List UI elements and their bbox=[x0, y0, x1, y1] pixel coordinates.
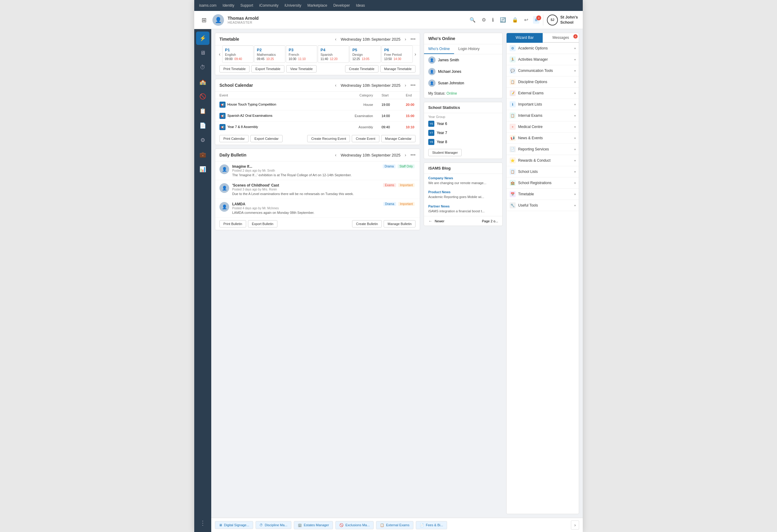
timetable-more-button[interactable]: ••• bbox=[410, 36, 416, 42]
wizard-item-4[interactable]: 📝 External Exams ▾ bbox=[507, 88, 579, 99]
bulletin-avatar-3: 👤 bbox=[219, 202, 229, 212]
tab-login-history[interactable]: Login History bbox=[454, 44, 484, 54]
bulletin-avatar-2: 👤 bbox=[219, 183, 229, 193]
grid-menu-button[interactable]: ⊞ bbox=[199, 15, 209, 25]
wizard-item-11[interactable]: 📋 School Lists ▾ bbox=[507, 166, 579, 177]
period-prev-button[interactable]: ‹ bbox=[217, 51, 222, 57]
wizard-item-7[interactable]: + Medical Centre ▾ bbox=[507, 121, 579, 133]
view-timetable-button[interactable]: View Timetable bbox=[286, 65, 317, 73]
notification-button[interactable]: ≡ 4 bbox=[533, 17, 539, 23]
nav-ideas[interactable]: Ideas bbox=[356, 3, 365, 8]
school-branding: SJ St John's School bbox=[543, 15, 578, 25]
bottom-bar-next[interactable]: › bbox=[571, 521, 579, 530]
wizard-item-12[interactable]: 🏫 School Registrations ▾ bbox=[507, 177, 579, 189]
sidebar-item-gear[interactable]: ⚙ bbox=[196, 133, 209, 147]
calendar-event-row: 📢Year 7 & 8 Assembly Assembly 09:40 10:1… bbox=[215, 122, 420, 133]
settings-icon[interactable]: ⚙ bbox=[480, 16, 487, 24]
lock-icon[interactable]: 🔒 bbox=[511, 16, 519, 24]
bulletin-text-2: Due to the A Level examinations there wi… bbox=[232, 192, 380, 195]
event-icon-1: 📢 bbox=[219, 102, 226, 108]
period-next-button[interactable]: › bbox=[413, 51, 418, 57]
info-icon[interactable]: ℹ bbox=[491, 16, 495, 24]
manage-calendar-button[interactable]: Manage Calendar bbox=[381, 135, 416, 142]
wizard-item-9[interactable]: 📄 Reporting Services ▾ bbox=[507, 144, 579, 155]
sidebar-item-building[interactable]: 🏫 bbox=[196, 75, 209, 89]
calendar-more-button[interactable]: ••• bbox=[410, 83, 416, 88]
bottom-app-1[interactable]: ⏱Discipline Ma... bbox=[255, 521, 292, 529]
wizard-item-3[interactable]: 📋 Discipline Options ▾ bbox=[507, 77, 579, 88]
wizard-item-1[interactable]: 🏃 Activities Manager ▾ bbox=[507, 54, 579, 65]
tab-wizard-bar[interactable]: Wizard Bar bbox=[507, 33, 543, 43]
print-timetable-button[interactable]: Print Timetable bbox=[219, 65, 249, 73]
bottom-app-0[interactable]: 🖥Digital Signage... bbox=[215, 521, 253, 529]
nav-isams[interactable]: isams.com bbox=[199, 3, 216, 8]
timetable-prev-button[interactable]: ‹ bbox=[333, 36, 338, 42]
online-user-1: 👤 James Smith bbox=[424, 54, 502, 66]
refresh-icon[interactable]: 🔄 bbox=[499, 16, 507, 24]
sidebar-item-clipboard[interactable]: 📋 bbox=[196, 104, 209, 118]
bottom-app-2[interactable]: 🏢Estates Manager bbox=[294, 521, 333, 529]
create-timetable-button[interactable]: Create Timetable bbox=[345, 65, 378, 73]
sidebar-item-dashboard[interactable]: ⚡ bbox=[196, 31, 209, 45]
export-calendar-button[interactable]: Export Calendar bbox=[250, 135, 283, 142]
tab-messages[interactable]: Messages 4 bbox=[543, 33, 579, 43]
wizard-item-14[interactable]: 🔧 Useful Tools ▾ bbox=[507, 200, 579, 211]
bulletin-next-button[interactable]: › bbox=[403, 152, 408, 158]
wizard-item-2[interactable]: 💬 Communication Tools ▾ bbox=[507, 65, 579, 77]
calendar-prev-button[interactable]: ‹ bbox=[333, 82, 338, 88]
wizard-item-6[interactable]: 📋 Internal Exams ▾ bbox=[507, 110, 579, 121]
blog-product-text: Academic Reporting goes Mobile wi... bbox=[428, 195, 498, 199]
nav-support[interactable]: Support bbox=[240, 3, 253, 8]
wizard-item-label-0: Academic Options bbox=[518, 46, 572, 50]
sidebar-item-monitor[interactable]: 🖥 bbox=[196, 46, 209, 59]
content-area: Timetable ‹ Wednesday 10th September 202… bbox=[211, 29, 583, 518]
create-bulletin-button[interactable]: Create Bulletin bbox=[352, 220, 382, 228]
blog-newer-button[interactable]: ← bbox=[428, 219, 432, 223]
bulletin-more-button[interactable]: ••• bbox=[410, 152, 416, 158]
wizard-item-10[interactable]: ⭐ Rewards & Conduct ▾ bbox=[507, 155, 579, 166]
wizard-item-0[interactable]: ⚙ Academic Options ▾ bbox=[507, 43, 579, 54]
bulletin-prev-button[interactable]: ‹ bbox=[333, 152, 338, 158]
student-manager-button[interactable]: Student Manager bbox=[428, 149, 462, 156]
wizard-item-13[interactable]: 📅 Timetable ▾ bbox=[507, 189, 579, 200]
sidebar-more-button[interactable]: ⋮ bbox=[196, 516, 209, 530]
nav-iuniversity[interactable]: iUniversity bbox=[285, 3, 301, 8]
print-calendar-button[interactable]: Print Calendar bbox=[219, 135, 248, 142]
sidebar-item-clock[interactable]: ⏱ bbox=[196, 61, 209, 74]
nav-developer[interactable]: Developer bbox=[333, 3, 350, 8]
timetable-next-button[interactable]: › bbox=[403, 36, 408, 42]
content-left: Timetable ‹ Wednesday 10th September 202… bbox=[215, 33, 420, 514]
bottom-app-5[interactable]: 📄Fees & Bi... bbox=[416, 521, 447, 529]
search-icon[interactable]: 🔍 bbox=[468, 16, 477, 24]
nav-identity[interactable]: Identity bbox=[222, 3, 234, 8]
export-timetable-button[interactable]: Export Timetable bbox=[251, 65, 285, 73]
bottom-app-4[interactable]: 📋External Exams bbox=[376, 521, 413, 529]
sidebar-item-noentry[interactable]: 🚫 bbox=[196, 90, 209, 103]
col-category: Category bbox=[330, 92, 377, 99]
sidebar-item-job[interactable]: 💼 bbox=[196, 148, 209, 161]
bulletin-title: Daily Bulletin bbox=[219, 153, 331, 157]
logout-icon[interactable]: ↩ bbox=[523, 16, 529, 24]
manage-bulletin-button[interactable]: Manage Bulletin bbox=[383, 220, 416, 228]
wizard-item-label-5: Important Lists bbox=[518, 102, 572, 107]
sidebar-item-list[interactable]: 📄 bbox=[196, 119, 209, 132]
create-recurring-button[interactable]: Create Recurring Event bbox=[307, 135, 350, 142]
nav-icommunity[interactable]: iCommunity bbox=[259, 3, 278, 8]
create-event-button[interactable]: Create Event bbox=[352, 135, 379, 142]
nav-marketplace[interactable]: Marketplace bbox=[308, 3, 327, 8]
tag-staff-1: Staff Only bbox=[398, 164, 415, 168]
tab-whos-online[interactable]: Who's Online bbox=[424, 44, 454, 54]
wizard-item-5[interactable]: ℹ Important Lists ▾ bbox=[507, 99, 579, 110]
timetable-header: Timetable ‹ Wednesday 10th September 202… bbox=[215, 33, 420, 45]
tag-drama-3: Drama bbox=[383, 202, 396, 206]
blog-partner-text: iSAMS integration a financial boost t... bbox=[428, 209, 498, 214]
bottom-app-3[interactable]: 🚫Exclusions Ma... bbox=[335, 521, 374, 529]
print-bulletin-button[interactable]: Print Bulletin bbox=[219, 220, 246, 228]
blog-partner-title: Partner News bbox=[428, 205, 498, 208]
wizard-item-8[interactable]: 📢 News & Events ▾ bbox=[507, 133, 579, 144]
calendar-next-button[interactable]: › bbox=[403, 82, 408, 88]
manage-timetable-button[interactable]: Manage Timetable bbox=[380, 65, 416, 73]
export-bulletin-button[interactable]: Export Bulletin bbox=[248, 220, 278, 228]
sidebar-item-report[interactable]: 📊 bbox=[196, 162, 209, 176]
year6-icon: Y6 bbox=[428, 121, 434, 127]
